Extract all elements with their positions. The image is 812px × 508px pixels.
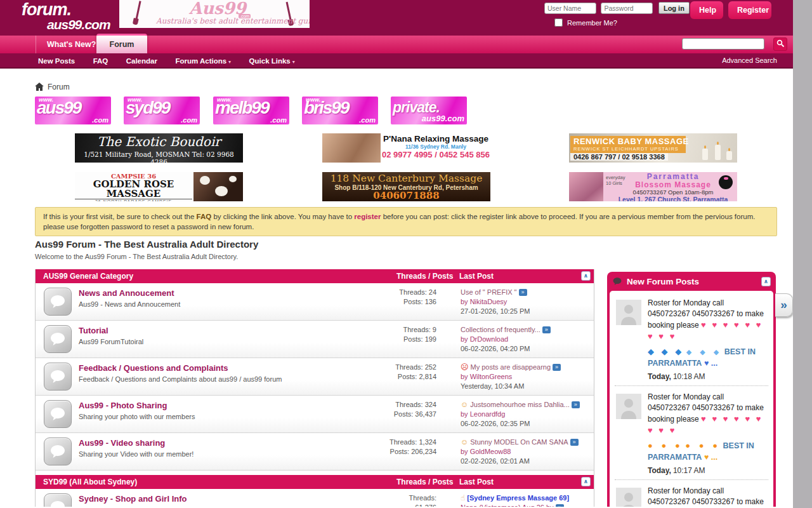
- nav-quick-links[interactable]: Quick Links▾: [249, 54, 295, 69]
- goto-last-post-icon[interactable]: »: [556, 504, 564, 507]
- breadcrumb: Forum: [35, 83, 70, 91]
- speech-bubble-icon: [612, 277, 622, 286]
- help-button[interactable]: Help: [690, 1, 723, 19]
- diamond-icons: ◆ ◆ ◆: [686, 348, 723, 356]
- column-threads-posts: Threads / Posts: [396, 475, 453, 489]
- site-banner-aus99[interactable]: www. aus99 .com: [35, 97, 111, 124]
- sidebar-expand-button[interactable]: »: [775, 293, 793, 317]
- post-text[interactable]: Roster for Monday call 0450723267 045073…: [648, 392, 768, 436]
- remember-me-checkbox[interactable]: [554, 18, 563, 27]
- last-post-title-link[interactable]: My posts are disappearng: [471, 363, 551, 371]
- ad-banner-pnana-massage[interactable]: P'Nana Relaxing Massage 11/36 Sydney Rd.…: [322, 133, 490, 163]
- forum-icon: [44, 493, 72, 507]
- ad-banner-golden-rose-massage[interactable]: CAMPSIE 36 GOLDEN ROSE MASSAGE 36 NORTH …: [75, 172, 243, 201]
- widget-body: Roster for Monday call 0450723267 045073…: [610, 291, 773, 507]
- site-banner-bris99[interactable]: www. bris99 .com: [302, 97, 378, 124]
- goto-last-post-icon[interactable]: »: [572, 401, 580, 408]
- last-post-title-link[interactable]: Stunny MODEL On CAM SANA: [470, 438, 568, 446]
- goto-last-post-icon[interactable]: »: [542, 326, 551, 333]
- last-post-author-link[interactable]: by GoldMeow88: [461, 448, 511, 455]
- ad-banner-118-canterbury-massage[interactable]: 118 New Canterbury Massage Shop B/118-12…: [322, 172, 490, 201]
- sidebar-post: Roster for Monday call 0450723267 045073…: [615, 480, 768, 507]
- forum-title-link[interactable]: Tutorial: [79, 326, 108, 335]
- last-post-author-link[interactable]: by Leonardfdg: [461, 410, 505, 418]
- heart-icon: ♥ ...: [704, 359, 717, 368]
- post-date: Today,10:17 AM: [648, 466, 768, 475]
- remember-me[interactable]: Remember Me?: [554, 18, 690, 27]
- login-button[interactable]: Log in: [658, 2, 690, 14]
- column-last-post: Last Post: [459, 475, 494, 489]
- header-banner-ad[interactable]: Aus99 .com Australia's best adult entert…: [119, 0, 310, 28]
- candle-decoration: [715, 145, 721, 160]
- page: forum. aus99.com Aus99 .com Australia's …: [0, 0, 793, 508]
- site-banner-private-aus99[interactable]: private. aus99.com: [391, 97, 467, 124]
- nav-new-posts[interactable]: New Posts: [38, 54, 75, 68]
- forum-icon: [44, 325, 72, 353]
- forum-title-link[interactable]: Sydney - Shop and Girl Info: [79, 494, 187, 504]
- forum-title-link[interactable]: News and Annoucement: [79, 288, 174, 298]
- column-last-post: Last Post: [459, 269, 494, 283]
- password-input[interactable]: [601, 3, 653, 14]
- register-link[interactable]: register: [354, 213, 381, 220]
- avatar[interactable]: [616, 394, 641, 419]
- last-post-author-link[interactable]: by WiltonGreens: [461, 373, 512, 380]
- search-input[interactable]: [682, 38, 764, 50]
- gem-icons: ◆ ◆ ◆: [648, 347, 684, 356]
- last-post-author-link[interactable]: by DrDownload: [461, 335, 508, 343]
- breadcrumb-forum[interactable]: Forum: [48, 83, 70, 91]
- search-button[interactable]: [773, 37, 787, 51]
- goto-last-post-icon[interactable]: »: [519, 289, 527, 296]
- collapse-category-button[interactable]: ∧: [581, 271, 591, 281]
- goto-last-post-icon[interactable]: »: [570, 439, 579, 446]
- forum-row-video-sharing: Aus99 - Video sharing Sharing your Video…: [36, 433, 594, 471]
- last-post-title-link[interactable]: Use of " PREFIX ": [461, 288, 517, 296]
- heart-icon: ♥ ...: [704, 453, 717, 462]
- logo-line1: forum.: [22, 1, 110, 18]
- home-icon[interactable]: [35, 83, 44, 91]
- site-banner-syd99[interactable]: www. syd99 .com: [124, 97, 200, 124]
- last-post-title-link[interactable]: Justsomehourhoe miss Dahlia...: [470, 401, 570, 408]
- forum-stats: Threads: 1,324 Posts: 206,234: [353, 438, 436, 457]
- post-text[interactable]: Roster for Monday call 0450723267 045073…: [648, 486, 768, 507]
- fire-icons: ● ● ●: [685, 441, 721, 450]
- last-post-title-link[interactable]: Collections of frequently...: [461, 326, 540, 333]
- candle-decoration: [726, 151, 732, 160]
- avatar[interactable]: [616, 300, 641, 325]
- speech-bubble-icon: [49, 444, 66, 459]
- username-input[interactable]: [544, 3, 596, 14]
- forum-stats: Threads: 61,276: [353, 493, 436, 507]
- sidebar-post: Roster for Monday call 0450723267 045073…: [615, 292, 768, 386]
- avatar[interactable]: [616, 488, 641, 507]
- speech-bubble-icon: [49, 331, 66, 347]
- category-title: AUS99 General Category: [36, 272, 133, 281]
- speech-bubble-icon: [49, 369, 66, 384]
- speech-bubble-icon: [49, 500, 66, 507]
- ad-banner-blossom-massage[interactable]: everyday 10 Girls Parramatta Blossom Mas…: [569, 172, 737, 201]
- collapse-widget-button[interactable]: ∧: [761, 277, 771, 286]
- advanced-search-link[interactable]: Advanced Search: [722, 53, 777, 67]
- goto-last-post-icon[interactable]: »: [553, 364, 561, 371]
- nav-calendar[interactable]: Calendar: [126, 54, 157, 68]
- last-post-author-link[interactable]: by NikitaDuesy: [461, 298, 507, 305]
- last-post-author-link[interactable]: Nana (Vietnamese) Aug 26 by: [461, 504, 554, 507]
- forum-title-link[interactable]: Feedback / Questions and Complaints: [79, 363, 228, 373]
- forum-title-link[interactable]: Aus99 - Video sharing: [79, 438, 165, 448]
- nav-faq[interactable]: FAQ: [93, 54, 108, 68]
- last-post-title-link[interactable]: [Sydney Empress Massage 69]: [467, 494, 569, 502]
- forum-table: AUS99 General Category Threads / Posts L…: [35, 269, 594, 507]
- last-post-cell: ☹My posts are disappearng» by WiltonGree…: [461, 363, 591, 391]
- tab-forum[interactable]: Forum: [96, 34, 147, 53]
- post-text[interactable]: Roster for Monday call 0450723267 045073…: [648, 298, 768, 342]
- register-button[interactable]: Register: [728, 1, 771, 19]
- site-logo[interactable]: forum. aus99.com: [22, 1, 110, 32]
- nav-forum-actions[interactable]: Forum Actions▾: [175, 54, 231, 69]
- faq-link[interactable]: FAQ: [197, 213, 212, 220]
- site-banner-melb99[interactable]: www. melb99 .com: [213, 97, 289, 124]
- forum-icon: [44, 400, 72, 428]
- ad-photo: [193, 172, 243, 201]
- forum-title-link[interactable]: Aus99 - Photo Sharing: [79, 401, 167, 410]
- ad-banner-renwick-massage[interactable]: RENWICK BABY MASSAGE RENWICK ST LEICHHAR…: [569, 133, 737, 163]
- ad-banner-exotic-boudoir[interactable]: The Exotic Boudoir 1/521 Military Road, …: [75, 133, 243, 163]
- collapse-category-button[interactable]: ∧: [581, 477, 591, 486]
- table-spacer: [36, 471, 594, 475]
